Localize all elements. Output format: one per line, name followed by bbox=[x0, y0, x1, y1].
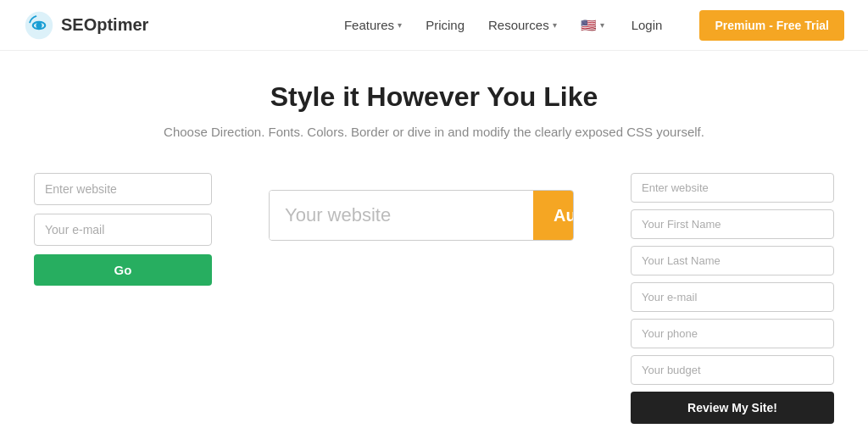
form-left: Go bbox=[34, 173, 212, 286]
chevron-down-icon: ▾ bbox=[553, 20, 557, 30]
nav-links: Features ▾ Pricing Resources ▾ 🇺🇸 ▾ Logi… bbox=[344, 10, 844, 41]
chevron-down-icon: ▾ bbox=[398, 20, 402, 30]
logo-text: SEOptimer bbox=[61, 15, 148, 35]
middle-website-input[interactable] bbox=[270, 191, 533, 240]
form-right: Review My Site! bbox=[631, 173, 834, 424]
premium-trial-button[interactable]: Premium - Free Trial bbox=[699, 10, 844, 41]
right-budget-input[interactable] bbox=[631, 355, 834, 385]
svg-point-1 bbox=[36, 22, 42, 28]
login-button[interactable]: Login bbox=[632, 18, 663, 32]
right-website-input[interactable] bbox=[631, 173, 834, 203]
seoptimer-logo-icon bbox=[24, 10, 54, 41]
page-subheadline: Choose Direction. Fonts. Colors. Border … bbox=[164, 125, 704, 139]
main-content: Style it However You Like Choose Directi… bbox=[0, 51, 868, 424]
right-phone-input[interactable] bbox=[631, 319, 834, 348]
page-headline: Style it However You Like bbox=[270, 81, 598, 113]
nav-features[interactable]: Features ▾ bbox=[344, 18, 402, 32]
right-lastname-input[interactable] bbox=[631, 246, 834, 275]
left-website-input[interactable] bbox=[34, 173, 212, 205]
flag-icon: 🇺🇸 bbox=[581, 18, 597, 33]
forms-row: Go Audit Review My Site! bbox=[34, 173, 834, 424]
form-middle: Audit bbox=[269, 190, 574, 241]
chevron-down-icon: ▾ bbox=[600, 20, 604, 30]
right-email-input[interactable] bbox=[631, 282, 834, 312]
navbar: SEOptimer Features ▾ Pricing Resources ▾… bbox=[0, 0, 868, 51]
review-site-button[interactable]: Review My Site! bbox=[631, 392, 834, 424]
language-selector[interactable]: 🇺🇸 ▾ bbox=[581, 18, 604, 33]
right-firstname-input[interactable] bbox=[631, 209, 834, 239]
go-button[interactable]: Go bbox=[34, 254, 212, 286]
logo[interactable]: SEOptimer bbox=[24, 10, 148, 41]
audit-button[interactable]: Audit bbox=[533, 191, 574, 240]
nav-pricing[interactable]: Pricing bbox=[426, 18, 465, 32]
left-email-input[interactable] bbox=[34, 214, 212, 246]
nav-resources[interactable]: Resources ▾ bbox=[488, 18, 557, 32]
